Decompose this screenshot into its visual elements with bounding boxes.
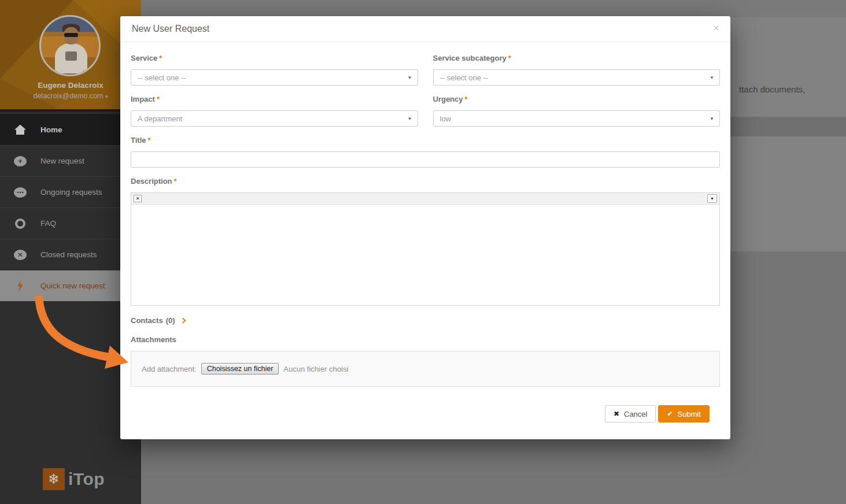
required-mark: *: [465, 95, 468, 103]
select-caret-icon: ▼: [408, 75, 412, 80]
home-icon: [0, 125, 40, 135]
background-topbar: [141, 0, 846, 17]
itop-logo-text: iTop: [68, 469, 105, 489]
background-partial-text: ttach documents,: [739, 84, 805, 94]
collapse-toolbar-button[interactable]: ▼: [707, 194, 717, 203]
select-caret-icon: ▼: [710, 75, 714, 80]
chevron-right-icon[interactable]: [180, 318, 186, 324]
sidebar-item-label: Home: [40, 125, 62, 134]
sidebar-item-label: New request: [40, 157, 84, 165]
close-icon[interactable]: ×: [710, 22, 722, 35]
contacts-count: (0): [166, 316, 175, 325]
closed-requests-icon: ✕: [0, 250, 40, 260]
cancel-button[interactable]: ✖ Cancel: [605, 405, 656, 423]
required-mark: *: [508, 54, 511, 62]
cancel-button-label: Cancel: [624, 410, 647, 418]
contacts-label: Contacts: [131, 316, 163, 325]
description-editor: ✕ ▼: [131, 192, 720, 306]
no-file-chosen-text: Aucun fichier choisi: [283, 365, 348, 373]
ongoing-requests-icon: ⋯: [0, 187, 40, 198]
submit-button[interactable]: ✔ Submit: [658, 405, 710, 423]
sidebar-item-label: Quick new request: [40, 281, 105, 290]
field-service-subcategory: Service subcategory* -- select one -- ▼: [433, 54, 721, 95]
required-mark: *: [159, 54, 162, 62]
avatar-sunglasses: [64, 33, 78, 37]
title-input[interactable]: [131, 151, 720, 168]
avatar: [39, 15, 101, 76]
avatar-shirt-print: [65, 51, 77, 61]
service-select[interactable]: -- select one -- ▼: [131, 69, 418, 86]
itop-logo: ❄ iTop: [43, 468, 105, 490]
service-select-value: -- select one --: [138, 73, 186, 82]
broken-image-icon: ✕: [134, 195, 142, 202]
service-subcategory-select-value: -- select one --: [440, 73, 489, 82]
description-label: Description*: [131, 177, 720, 186]
required-mark: *: [174, 177, 177, 186]
add-attachment-label: Add attachment:: [142, 365, 197, 373]
required-mark: *: [148, 136, 151, 144]
modal-footer: ✖ Cancel ✔ Submit: [131, 405, 720, 423]
select-caret-icon: ▼: [408, 116, 412, 121]
field-impact: Impact* A department ▼: [131, 95, 418, 136]
service-subcategory-label: Service subcategory*: [433, 54, 721, 62]
field-urgency: Urgency* low ▼: [433, 95, 721, 136]
faq-lifering-icon: [0, 218, 40, 229]
urgency-label: Urgency*: [433, 95, 721, 103]
choose-file-button[interactable]: Choisissez un fichier: [201, 363, 279, 375]
contacts-section: Contacts (0): [131, 316, 720, 325]
attachments-label: Attachments: [131, 335, 720, 344]
chevron-down-icon: ▾: [105, 94, 108, 99]
urgency-select[interactable]: low ▼: [433, 110, 721, 127]
urgency-select-value: low: [440, 114, 452, 123]
service-subcategory-select[interactable]: -- select one -- ▼: [433, 69, 721, 86]
modal-header: New User Request ×: [120, 16, 730, 42]
description-input-area[interactable]: [131, 205, 719, 306]
sidebar-item-label: FAQ: [40, 219, 56, 228]
editor-toolbar: ✕ ▼: [131, 193, 719, 205]
sidebar-item-label: Closed requests: [40, 250, 97, 259]
cancel-x-icon: ✖: [614, 410, 619, 418]
lightning-icon: [0, 280, 40, 292]
submit-button-label: Submit: [678, 410, 701, 418]
attachments-panel: Add attachment: Choisissez un fichier Au…: [131, 351, 720, 387]
modal-title: New User Request: [132, 24, 209, 34]
submit-check-icon: ✔: [667, 410, 673, 418]
sidebar-item-label: Ongoing requests: [40, 188, 102, 197]
modal-body: Service* -- select one -- ▼ Service subc…: [120, 42, 730, 423]
service-label: Service*: [131, 54, 418, 62]
new-request-icon: +: [0, 156, 40, 166]
new-user-request-modal: New User Request × Service* -- select on…: [120, 16, 730, 439]
itop-logo-icon: ❄: [43, 468, 65, 490]
page: { "sidebar": { "user": { "name": "Eugene…: [0, 0, 846, 504]
impact-label: Impact*: [131, 95, 418, 103]
user-email: delacroix@demo.com: [33, 92, 103, 100]
select-caret-icon: ▼: [710, 116, 714, 121]
title-label: Title*: [131, 136, 720, 144]
required-mark: *: [157, 95, 160, 103]
impact-select-value: A department: [138, 114, 182, 123]
impact-select[interactable]: A department ▼: [131, 110, 418, 127]
field-service: Service* -- select one -- ▼: [131, 54, 418, 95]
